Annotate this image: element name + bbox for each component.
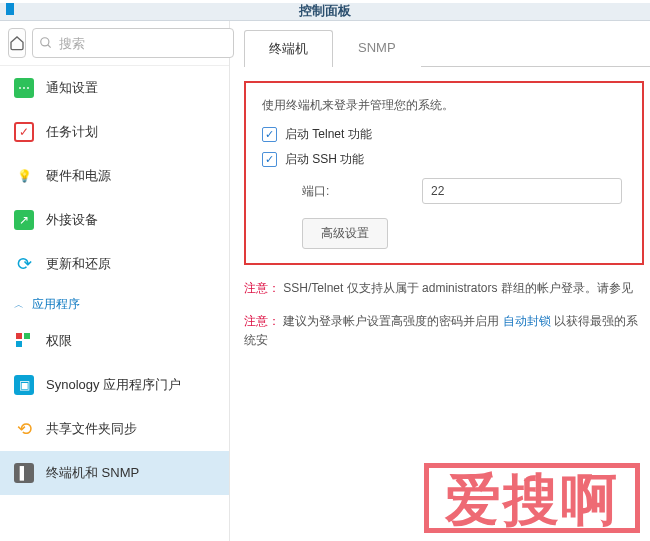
- sidebar-item-label: 外接设备: [46, 211, 98, 229]
- sidebar-item-app-portal[interactable]: ▣ Synology 应用程序门户: [0, 363, 229, 407]
- advanced-settings-button[interactable]: 高级设置: [302, 218, 388, 249]
- checkbox-checked-icon[interactable]: ✓: [262, 127, 277, 142]
- tab-label: 终端机: [269, 41, 308, 56]
- search-input[interactable]: [59, 36, 227, 51]
- svg-rect-2: [24, 333, 30, 339]
- main-panel: 终端机 SNMP 使用终端机来登录并管理您的系统。 ✓ 启动 Telnet 功能…: [230, 21, 650, 541]
- note-auto-block: 注意： 建议为登录帐户设置高强度的密码并启用 自动封锁 以获得最强的系统安: [244, 312, 650, 350]
- svg-point-0: [41, 38, 49, 46]
- note-text: SSH/Telnet 仅支持从属于 administrators 群组的帐户登录…: [283, 281, 632, 295]
- terminal-icon: ▌: [14, 463, 34, 483]
- sidebar-item-label: 终端机和 SNMP: [46, 464, 139, 482]
- grid-icon: [14, 331, 34, 351]
- arrow-up-icon: ↗: [14, 210, 34, 230]
- sidebar-item-update[interactable]: ⟳ 更新和还原: [0, 242, 229, 286]
- calendar-check-icon: ✓: [14, 122, 34, 142]
- sidebar-item-label: 任务计划: [46, 123, 98, 141]
- note-text: 建议为登录帐户设置高强度的密码并启用: [283, 314, 502, 328]
- sidebar-item-external[interactable]: ↗ 外接设备: [0, 198, 229, 242]
- sidebar: ⋯ 通知设置 ✓ 任务计划 💡 硬件和电源 ↗ 外接设备 ⟳ 更新和还原 ︿ 应: [0, 21, 230, 541]
- svg-rect-3: [16, 341, 22, 347]
- note-prefix: 注意：: [244, 314, 280, 328]
- sidebar-nav: ⋯ 通知设置 ✓ 任务计划 💡 硬件和电源 ↗ 外接设备 ⟳ 更新和还原 ︿ 应: [0, 66, 229, 541]
- terminal-settings-panel: 使用终端机来登录并管理您的系统。 ✓ 启动 Telnet 功能 ✓ 启动 SSH…: [244, 81, 644, 265]
- sidebar-item-shared-sync[interactable]: ⟲ 共享文件夹同步: [0, 407, 229, 451]
- ssh-label: 启动 SSH 功能: [285, 151, 364, 168]
- telnet-row[interactable]: ✓ 启动 Telnet 功能: [262, 126, 626, 143]
- auto-block-link[interactable]: 自动封锁: [503, 314, 551, 328]
- sidebar-item-terminal-snmp[interactable]: ▌ 终端机和 SNMP: [0, 451, 229, 495]
- portal-icon: ▣: [14, 375, 34, 395]
- home-icon: [9, 35, 25, 51]
- sidebar-item-label: 权限: [46, 332, 72, 350]
- sidebar-item-label: 通知设置: [46, 79, 98, 97]
- tab-terminal[interactable]: 终端机: [244, 30, 333, 67]
- sidebar-item-scheduler[interactable]: ✓ 任务计划: [0, 110, 229, 154]
- sidebar-item-label: 更新和还原: [46, 255, 111, 273]
- port-label: 端口:: [302, 183, 412, 200]
- refresh-icon: ⟳: [14, 254, 34, 274]
- chat-icon: ⋯: [14, 78, 34, 98]
- section-label: 应用程序: [32, 296, 80, 313]
- sidebar-item-label: 硬件和电源: [46, 167, 111, 185]
- sidebar-item-notification[interactable]: ⋯ 通知设置: [0, 66, 229, 110]
- checkbox-checked-icon[interactable]: ✓: [262, 152, 277, 167]
- page-title: 控制面板: [0, 2, 650, 20]
- sidebar-item-hardware[interactable]: 💡 硬件和电源: [0, 154, 229, 198]
- sync-icon: ⟲: [14, 419, 34, 439]
- note-admin-only: 注意： SSH/Telnet 仅支持从属于 administrators 群组的…: [244, 279, 650, 298]
- panel-description: 使用终端机来登录并管理您的系统。: [262, 97, 626, 114]
- telnet-label: 启动 Telnet 功能: [285, 126, 372, 143]
- button-label: 高级设置: [321, 226, 369, 240]
- svg-rect-1: [16, 333, 22, 339]
- tab-label: SNMP: [358, 40, 396, 55]
- sidebar-item-privileges[interactable]: 权限: [0, 319, 229, 363]
- tab-snmp[interactable]: SNMP: [333, 30, 421, 67]
- port-input[interactable]: [422, 178, 622, 204]
- ssh-row[interactable]: ✓ 启动 SSH 功能: [262, 151, 626, 168]
- search-box[interactable]: [32, 28, 234, 58]
- tabs: 终端机 SNMP: [244, 29, 650, 67]
- sidebar-item-label: 共享文件夹同步: [46, 420, 137, 438]
- bulb-icon: 💡: [14, 166, 34, 186]
- chevron-up-icon: ︿: [14, 298, 24, 312]
- home-button[interactable]: [8, 28, 26, 58]
- search-icon: [39, 36, 53, 50]
- section-applications[interactable]: ︿ 应用程序: [0, 286, 229, 319]
- note-prefix: 注意：: [244, 281, 280, 295]
- sidebar-item-label: Synology 应用程序门户: [46, 376, 181, 394]
